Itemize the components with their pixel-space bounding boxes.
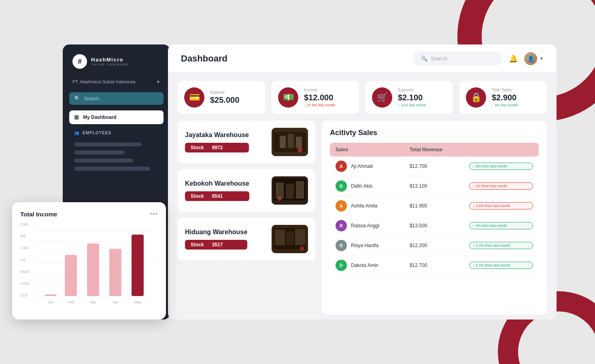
person-avatar-0: A (336, 161, 347, 172)
change-text-0: 6% from last month (476, 164, 507, 168)
avatar-dropdown-icon: ▼ (540, 56, 544, 61)
change-cell-4: ↑ 5.7% from last month (463, 236, 539, 256)
warehouse-left-0: Jayataka Warehouse Stock 8972 (185, 131, 249, 152)
sidebar-item-dashboard[interactable]: ⊞ My Dashboard (69, 110, 164, 124)
warehouse-name-0: Jayataka Warehouse (185, 131, 249, 139)
warehouse-img-2 (272, 225, 308, 253)
y-label-3: 1M (20, 258, 29, 262)
stock-label-0: Stock (191, 145, 204, 150)
income-card-header: Total Income ••• (20, 210, 158, 218)
svg-rect-11 (286, 184, 294, 199)
dots-menu-icon[interactable]: ••• (150, 210, 158, 218)
activity-row-5: D Dakota Amin $12.700 ↑ 5.7% from last m… (330, 256, 539, 275)
change-arrow-4: ↑ (473, 243, 475, 248)
change-badge-4: ↑ 5.7% from last month (469, 242, 533, 249)
warehouse-img-0 (272, 128, 308, 156)
change-badge-1: ↓ 2% from last month (469, 182, 533, 190)
change-arrow-3: ↑ (473, 224, 475, 228)
person-name-4: Risya Hanifa (351, 243, 378, 248)
user-avatar-wrapper[interactable]: 👤 ▼ (524, 52, 544, 65)
global-search-input[interactable] (431, 55, 495, 61)
bar-jan (45, 294, 57, 296)
y-label-2: 1,5M (20, 246, 29, 250)
svg-rect-16 (275, 230, 285, 245)
income-value: $12.000 (304, 93, 335, 102)
activity-row-3: R Raissa Anggi $13.500 ↑ 4% from last mo… (330, 216, 539, 236)
change-badge-3: ↑ 4% from last month (469, 222, 533, 229)
sidebar-logo: # HashMicro THINK FORWARD (69, 54, 164, 69)
svg-point-6 (298, 148, 302, 152)
income-label: Income (304, 88, 335, 92)
global-search-bar[interactable]: 🔍 (413, 52, 502, 65)
bar-feb (65, 255, 77, 296)
activity-row-4: R Risya Hanifa $12.200 ↑ 5.7% from last … (330, 236, 539, 256)
notification-bell-icon[interactable]: 🔔 (509, 54, 518, 63)
stat-card-balance: 💳 Balance $25.000 (178, 81, 265, 114)
stock-badge-1: Stock 6541 (185, 191, 249, 201)
y-axis-labels: 2,5M 2M 1,5M 1M 500Jt 100Jt 10Jt (20, 222, 29, 297)
search-icon: 🔍 (421, 55, 427, 61)
activity-card: Acitivty Sales Sales Total Revenue A Aji… (322, 121, 547, 315)
person-name-1: Dafin Akis (351, 183, 372, 189)
expends-change-arrow: ↑ (398, 103, 400, 107)
change-cell-2: ↓ 0.5% from last month (463, 196, 539, 216)
warehouse-card-2: Hiduang Warehouse Stock 3517 (178, 218, 315, 260)
revenue-cell-5: $12.700 (404, 256, 463, 275)
placeholder-bar-1 (74, 142, 142, 146)
warehouse-card-0: Jayataka Warehouse Stock 8972 (178, 121, 315, 163)
person-cell-4: R Risya Hanifa (330, 236, 404, 256)
x-label-feb: Feb (68, 300, 74, 304)
change-text-5: 5.7% from last month (476, 263, 510, 267)
stats-row: 💳 Balance $25.000 💵 Income $12.000 ↓ 37.… (168, 73, 557, 121)
dashboard-header: Dashboard 🔍 🔔 👤 ▼ (168, 44, 557, 73)
revenue-cell-0: $12.700 (404, 157, 463, 176)
main-panel: Dashboard 🔍 🔔 👤 ▼ 💳 Balance $25.000 (168, 44, 557, 320)
change-cell-3: ↑ 4% from last month (463, 216, 539, 236)
svg-rect-17 (287, 231, 294, 245)
header-right: 🔍 🔔 👤 ▼ (413, 52, 544, 65)
col-sales: Sales (330, 143, 404, 157)
stock-value-0: 8972 (212, 145, 223, 150)
svg-rect-5 (296, 137, 302, 148)
totalsales-label: Total Sales (492, 88, 518, 92)
logo-icon: # (72, 54, 87, 69)
person-avatar-4: R (336, 240, 347, 251)
svg-point-19 (300, 246, 304, 250)
warehouse-left-1: Kebokoh Warehouse Stock 6541 (185, 180, 249, 201)
logo-tagline: THINK FORWARD (91, 63, 129, 66)
person-avatar-1: D (336, 180, 347, 192)
warehouse-card-1: Kebokoh Warehouse Stock 6541 (178, 169, 315, 212)
warehouse-name-2: Hiduang Warehouse (185, 229, 247, 236)
placeholder-bar-4 (74, 167, 150, 171)
svg-rect-3 (280, 136, 286, 148)
totalsales-change-text: 8% this month (495, 103, 518, 107)
bar-chart: Jan Feb Mar Apr May (20, 222, 158, 311)
person-name-3: Raissa Anggi (351, 223, 379, 229)
change-badge-2: ↓ 0.5% from last month (469, 202, 533, 210)
sidebar-placeholder-items (69, 142, 164, 171)
company-dropdown-arrow: ▼ (156, 80, 160, 84)
totalsales-icon: 🔒 (466, 87, 486, 108)
chart-container: 2,5M 2M 1,5M 1M 500Jt 100Jt 10Jt (20, 222, 158, 311)
company-selector[interactable]: PT. Hashmicro Solusi Indonesia ▼ (69, 77, 164, 87)
logo-title: HashMicro (91, 57, 129, 63)
change-text-1: 2% from last month (476, 184, 507, 188)
balance-icon: 💳 (184, 87, 204, 108)
stat-card-income: 💵 Income $12.000 ↓ 37.8% this month (272, 81, 359, 114)
y-label-5: 100Jt (20, 281, 29, 286)
y-label-1: 2M (20, 234, 29, 238)
totalsales-info: Total Sales $2.900 ↑ 8% this month (492, 88, 518, 107)
income-change: ↓ 37.8% this month (304, 103, 335, 107)
x-label-jan: Jan (48, 300, 54, 304)
col-change (463, 143, 539, 157)
expends-info: Expends $2.100 ↑ 11% this month (398, 88, 426, 107)
sidebar-search[interactable]: 🔍 (69, 92, 164, 105)
page-title: Dashboard (181, 53, 227, 64)
sidebar-search-input[interactable] (84, 96, 159, 102)
activity-table: Sales Total Revenue A Aji Ahmad $12.700 … (330, 143, 539, 275)
stock-value-2: 3517 (212, 242, 223, 248)
col-revenue: Total Revenue (404, 143, 463, 157)
svg-rect-4 (288, 134, 294, 148)
placeholder-bar-2 (74, 150, 125, 154)
expends-change: ↑ 11% this month (398, 103, 426, 107)
